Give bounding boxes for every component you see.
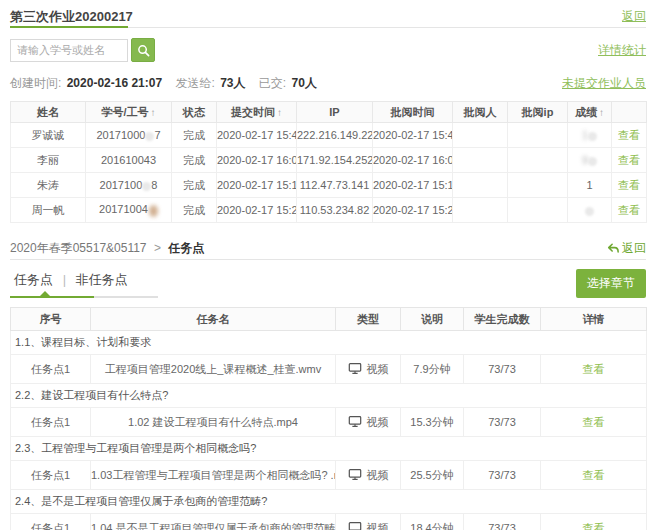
col-grade-sortable[interactable]: 成绩↑ [568, 102, 612, 123]
tab-non-taskpoint[interactable]: 非任务点 [76, 272, 128, 287]
col-status: 状态 [172, 102, 217, 123]
tab-divider: | [63, 272, 66, 287]
submit-time: 2020-02-17 15:18 [217, 173, 297, 198]
section-row: 2.4、是不是工程项目管理仅属于承包商的管理范畴? [11, 490, 647, 514]
task-type-label: 视频 [367, 362, 389, 377]
submit-time: 2020-02-17 15:42 [217, 123, 297, 148]
created-time-value: 2020-02-16 21:07 [67, 76, 162, 90]
review-time: 2020-02-17 15:23 [373, 198, 453, 223]
col-student-id-sortable[interactable]: 学号/工号↑ [86, 102, 172, 123]
section-row: 2.3、工程管理与工程项目管理是两个相同概念吗? [11, 437, 647, 461]
review-ip [508, 148, 568, 173]
col-review-ip: 批阅ip [508, 102, 568, 123]
task-row: 任务点1 1.04 是不是工程项目管理仅属于承包商的管理范畴.mp4 视频 18… [11, 514, 647, 530]
active-tab-triangle-icon [40, 291, 50, 296]
chapter-title: 2.3、工程管理与工程项目管理是两个相同概念吗? [11, 437, 647, 461]
col-description: 说明 [401, 308, 464, 331]
ip-address: 171.92.154.252 [297, 148, 373, 173]
reviewer [453, 173, 508, 198]
task-seq: 任务点1 [11, 514, 91, 530]
grade [568, 198, 612, 223]
table-row: 朱涛 20171008 完成 2020-02-17 15:18 112.47.7… [11, 173, 647, 198]
review-ip [508, 123, 568, 148]
task-seq: 任务点1 [11, 408, 91, 437]
review-time: 2020-02-17 15:18 [373, 173, 453, 198]
task-completed: 73/73 [464, 408, 541, 437]
search-input[interactable] [10, 39, 128, 62]
task-name: 工程项目管理2020线上_课程概述_桂萱.wmv [91, 355, 336, 384]
chapter-title: 2.4、是不是工程项目管理仅属于承包商的管理范畴? [11, 490, 647, 514]
chapter-title: 1.1、课程目标、计划和要求 [11, 331, 647, 355]
view-link[interactable]: 查看 [583, 416, 605, 428]
video-monitor-icon [348, 468, 362, 483]
cursor-smudge [149, 205, 158, 217]
view-link[interactable]: 查看 [618, 204, 640, 216]
select-chapter-button[interactable]: 选择章节 [576, 269, 646, 298]
task-name: 1.03工程管理与工程项目管理是两个相同概念吗? .mp4 [91, 461, 336, 490]
review-ip [508, 198, 568, 223]
detail-stats-link[interactable]: 详情统计 [598, 42, 646, 59]
section-row: 1.1、课程目标、计划和要求 [11, 331, 647, 355]
chapter-title: 2.2、建设工程项目有什么特点? [11, 384, 647, 408]
review-time: 2020-02-17 16:01 [373, 148, 453, 173]
homework-header: 第三次作业20200217 返回 [10, 6, 646, 28]
search-row: 详情统计 [10, 38, 646, 62]
task-type-label: 视频 [367, 521, 389, 530]
task-row: 任务点1 1.03工程管理与工程项目管理是两个相同概念吗? .mp4 视频 25… [11, 461, 647, 490]
search-box [10, 38, 155, 62]
reviewer [453, 148, 508, 173]
view-link[interactable]: 查看 [618, 154, 640, 166]
homework-stats: 创建时间: 2020-02-16 21:07 发送给: 73人 已交: 70人 [10, 75, 327, 92]
sent-to-label: 发送给: [175, 76, 214, 90]
student-name: 李丽 [11, 148, 86, 173]
view-link[interactable]: 查看 [618, 179, 640, 191]
student-name: 罗诚诚 [11, 123, 86, 148]
task-completed: 73/73 [464, 514, 541, 530]
search-button[interactable] [131, 38, 155, 62]
submitted-value: 70人 [292, 76, 317, 90]
taskpoint-header: 2020年春季05517&05117 > 任务点 返回 [10, 237, 646, 260]
homework-table: 姓名 学号/工号↑ 状态 提交时间↑ IP 批阅时间 批阅人 批阅ip 成绩↑ … [10, 101, 647, 223]
taskpoint-table-header-row: 序号 任务名 类型 说明 学生完成数 详情 [11, 308, 647, 331]
homework-table-header-row: 姓名 学号/工号↑ 状态 提交时间↑ IP 批阅时间 批阅人 批阅ip 成绩↑ [11, 102, 647, 123]
submit-time: 2020-02-17 16:01 [217, 148, 297, 173]
submitted-label: 已交: [259, 76, 286, 90]
breadcrumb-course[interactable]: 2020年春季05517&05117 [10, 241, 147, 255]
created-time-label: 创建时间: [10, 76, 61, 90]
task-row: 任务点1 工程项目管理2020线上_课程概述_桂萱.wmv 视频 7.9分钟 7… [11, 355, 647, 384]
redaction-blur [585, 207, 594, 216]
back-link-top[interactable]: 返回 [622, 8, 646, 25]
tabs: 任务点 | 非任务点 [10, 269, 160, 301]
view-link[interactable]: 查看 [618, 129, 640, 141]
col-name: 姓名 [11, 102, 86, 123]
redaction-blur [142, 182, 151, 191]
redaction-blur [145, 132, 154, 141]
view-link[interactable]: 查看 [583, 469, 605, 481]
title-active-underline [10, 26, 128, 28]
section-row: 2.2、建设工程项目有什么特点? [11, 384, 647, 408]
ip-address: 112.47.73.141 [297, 173, 373, 198]
student-id: 201610043 [86, 148, 172, 173]
task-type-label: 视频 [367, 468, 389, 483]
view-link[interactable]: 查看 [583, 363, 605, 375]
task-name: 1.02 建设工程项目有什么特点.mp4 [91, 408, 336, 437]
breadcrumb-current: 任务点 [168, 241, 204, 255]
view-link[interactable]: 查看 [583, 522, 605, 530]
back-link-bottom[interactable]: 返回 [607, 240, 646, 257]
tab-taskpoint-active[interactable]: 任务点 [14, 272, 53, 287]
breadcrumb: 2020年春季05517&05117 > 任务点 [10, 240, 204, 257]
unsubmitted-students-link[interactable]: 未提交作业人员 [562, 75, 646, 92]
breadcrumb-separator: > [154, 241, 161, 255]
page: 第三次作业20200217 返回 详情统计 创建时间: 2020-02-16 2… [0, 0, 656, 530]
video-monitor-icon [348, 415, 362, 430]
col-completed-count: 学生完成数 [464, 308, 541, 331]
grade: 1 [568, 123, 612, 148]
ip-address: 110.53.234.82 [297, 198, 373, 223]
col-submit-time-sortable[interactable]: 提交时间↑ [217, 102, 297, 123]
video-monitor-icon [348, 521, 362, 530]
task-duration: 15.3分钟 [401, 408, 464, 437]
review-ip [508, 173, 568, 198]
page-title: 第三次作业20200217 [10, 8, 133, 26]
task-name: 1.04 是不是工程项目管理仅属于承包商的管理范畴.mp4 [91, 514, 336, 530]
col-reviewer: 批阅人 [453, 102, 508, 123]
